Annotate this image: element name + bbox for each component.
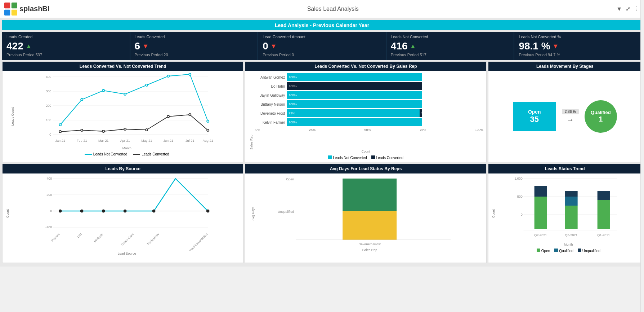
svg-point-31 [81, 129, 83, 131]
avg-days-panel: Avg Days For Lead Status By Reps Avg Day… [245, 164, 486, 263]
scrollbar[interactable] [640, 0, 644, 312]
svg-text:Feb-21: Feb-21 [77, 139, 87, 142]
avg-days-x-label: Sales Rep [256, 248, 483, 252]
trend-x-label: Month [13, 146, 240, 151]
svg-rect-59 [343, 179, 397, 211]
expand-icon[interactable]: ⤢ [626, 5, 630, 12]
kpi-converted-amount-title: Lead Converted Amount [263, 35, 381, 39]
svg-point-26 [146, 84, 148, 86]
sales-rep-y-label: Sales Rep [248, 73, 255, 150]
svg-rect-0 [4, 3, 10, 8]
source-chart-title: Leads By Source [3, 164, 243, 173]
stage-open-label: Open [528, 109, 541, 115]
bar-rep-kelvin: Kelvin Farmer 100% [255, 118, 483, 126]
kpi-leads-created-prev: Previous Period 537 [6, 53, 125, 57]
menu-icon[interactable]: ⋮ [634, 5, 640, 12]
dashboard-banner: Lead Analysis - Previous Calendar Year [2, 20, 642, 30]
logo: splashBI [4, 3, 49, 16]
status-trend-title: Leads Status Trend [488, 164, 641, 173]
kpi-converted-amount-value: 0 ▼ [263, 40, 381, 52]
trend-legend: Leads Not Converted Leads Converted [13, 151, 240, 158]
stage-qualified-circle: Qualified 1 [585, 100, 617, 133]
stage-qualified-label: Qualified [591, 110, 611, 115]
stages-panel: Leads Movement By Stages Open 35 2.86 % … [488, 61, 642, 162]
source-chart-panel: Leads By Source Count 400 200 0 -200 [2, 164, 243, 263]
kpi-not-converted-prev: Previous Period 517 [391, 53, 510, 57]
svg-text:Tradeshow: Tradeshow [146, 232, 160, 246]
kpi-not-converted-trend: ▲ [410, 43, 416, 50]
svg-text:Unqualified: Unqualified [278, 210, 294, 214]
avg-days-y-label: Avg Days [251, 207, 255, 220]
sales-rep-legend: Leads Not Converted Leads Converted [248, 154, 483, 161]
kpi-row: Leads Created 422 ▲ Previous Period 537 … [2, 32, 642, 60]
svg-point-23 [81, 98, 83, 101]
kpi-not-converted-pct-prev: Previous Period 94.7 % [519, 53, 638, 57]
svg-text:Aug-21: Aug-21 [203, 139, 213, 142]
source-y-label: Count [6, 209, 9, 218]
svg-text:May-21: May-21 [141, 139, 152, 142]
kpi-leads-created-value: 422 ▲ [6, 40, 125, 52]
sales-rep-chart-panel: Leads Converted Vs. Not Converted By Sal… [245, 61, 486, 162]
kpi-converted-amount-prev: Previous Period 0 [263, 53, 381, 57]
svg-text:Seminar/Presentation: Seminar/Presentation [184, 232, 208, 251]
svg-point-25 [124, 93, 126, 95]
bar-rep-jaylin: Jaylin Galloway 100% [255, 91, 483, 99]
svg-point-36 [189, 114, 191, 116]
svg-text:400: 400 [46, 75, 51, 79]
source-chart-svg: 400 200 0 -200 Partner List [13, 175, 240, 251]
svg-text:0: 0 [50, 209, 52, 213]
svg-rect-3 [12, 9, 17, 15]
kpi-not-converted-pct-trend: ▼ [553, 43, 559, 50]
svg-rect-1 [12, 3, 17, 8]
svg-point-28 [189, 73, 191, 75]
svg-point-52 [206, 210, 209, 212]
svg-text:200: 200 [46, 104, 51, 107]
svg-text:500: 500 [517, 195, 522, 198]
logo-icon [4, 3, 17, 16]
svg-text:-200: -200 [45, 225, 52, 229]
svg-text:Q2-2021: Q2-2021 [534, 233, 547, 237]
stage-open-count: 35 [530, 115, 539, 124]
svg-point-51 [152, 210, 155, 212]
status-trend-panel: Leads Status Trend Count 1,000 500 0 [488, 164, 642, 263]
stage-arrow-section: 2.86 % → [562, 109, 579, 124]
svg-text:Apr-21: Apr-21 [120, 139, 130, 142]
svg-text:Partner: Partner [51, 232, 61, 242]
svg-point-30 [59, 131, 61, 133]
svg-point-37 [207, 129, 209, 131]
svg-point-34 [146, 129, 148, 131]
kpi-leads-created: Leads Created 422 ▲ Previous Period 537 [2, 32, 130, 60]
status-trend-y-label: Count [492, 209, 495, 218]
kpi-not-converted-pct-value: 98.1 % ▼ [519, 40, 638, 52]
stage-open-box: Open 35 [513, 102, 556, 131]
stage-qualified-count: 1 [599, 115, 603, 123]
svg-rect-75 [565, 197, 577, 206]
svg-rect-60 [343, 211, 397, 240]
stage-pct: 2.86 % [562, 109, 579, 114]
sales-rep-chart-title: Leads Converted Vs. Not Converted By Sal… [245, 62, 486, 71]
svg-point-29 [207, 120, 209, 122]
svg-rect-2 [4, 9, 10, 15]
kpi-converted-amount-trend: ▼ [270, 43, 277, 50]
svg-text:Jun-21: Jun-21 [163, 139, 173, 142]
svg-text:Q3-2021: Q3-2021 [565, 233, 577, 237]
svg-point-49 [102, 210, 105, 212]
svg-text:Client Care: Client Care [121, 232, 135, 246]
svg-point-32 [102, 130, 104, 132]
bar-rep-brittany: Brittany Nelson 100% [255, 100, 483, 108]
kpi-leads-converted-prev: Previous Period 20 [135, 53, 254, 57]
svg-point-47 [59, 210, 62, 212]
source-x-label: Lead Source [13, 252, 240, 256]
svg-text:200: 200 [46, 193, 52, 197]
filter-icon[interactable]: ▼ [616, 6, 622, 12]
bar-rep-bo: Bo Hahn 100% [255, 82, 483, 90]
svg-text:Website: Website [93, 232, 104, 243]
svg-rect-73 [534, 186, 547, 197]
svg-text:Jan-21: Jan-21 [55, 139, 65, 142]
kpi-leads-converted-title: Leads Converted [135, 35, 254, 39]
kpi-leads-converted-value: 6 ▼ [135, 40, 254, 52]
bar-rep-antwan: Antwan Gomez 100% [255, 73, 483, 81]
trend-chart-panel: Leads Converted Vs. Not Converted Trend … [2, 61, 243, 162]
svg-point-24 [102, 89, 104, 92]
svg-point-35 [167, 115, 169, 118]
